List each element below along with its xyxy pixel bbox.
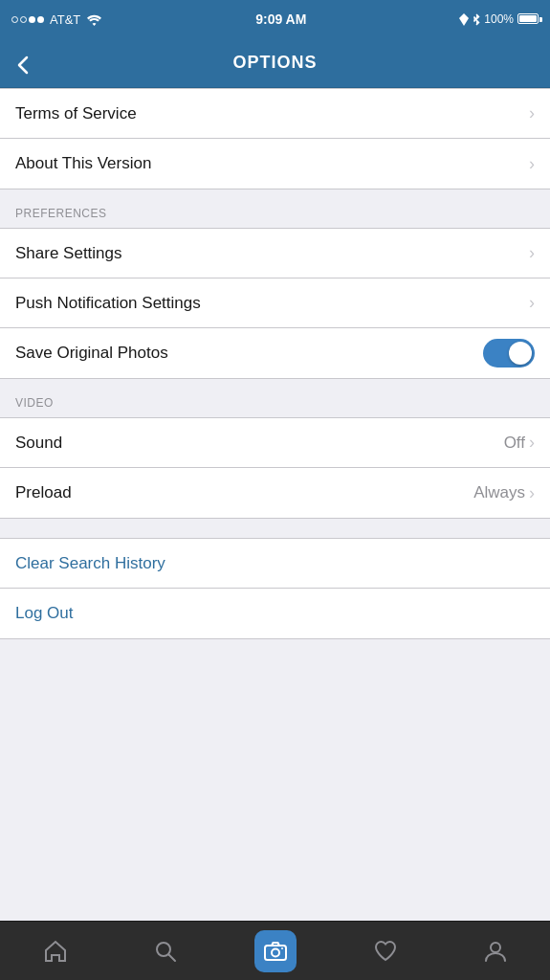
preload-item[interactable]: Preload Always › — [0, 468, 550, 518]
location-icon — [459, 12, 469, 26]
push-chevron-icon: › — [529, 293, 535, 313]
video-section: VIDEO Sound Off › Preload Always › — [0, 379, 550, 519]
home-icon — [43, 938, 68, 964]
svg-point-3 — [272, 949, 279, 957]
preload-chevron-icon: › — [529, 483, 535, 503]
terms-label: Terms of Service — [15, 104, 137, 123]
sound-right: Off › — [504, 433, 535, 453]
preferences-list-group: Share Settings › Push Notification Setti… — [0, 228, 550, 379]
battery-icon — [517, 13, 539, 24]
preload-value: Always — [473, 483, 525, 502]
preferences-section: PREFERENCES Share Settings › Push Notifi… — [0, 189, 550, 379]
save-photos-item[interactable]: Save Original Photos — [0, 328, 550, 378]
svg-line-1 — [168, 955, 175, 962]
tab-home[interactable] — [0, 922, 110, 980]
svg-rect-2 — [265, 946, 286, 960]
status-left: AT&T — [11, 11, 102, 27]
profile-icon — [483, 938, 508, 964]
signal-dots — [11, 16, 44, 23]
save-photos-toggle[interactable] — [483, 339, 535, 368]
signal-dot-1 — [11, 16, 18, 23]
terms-of-service-item[interactable]: Terms of Service › — [0, 89, 550, 139]
video-list-group: Sound Off › Preload Always › — [0, 417, 550, 519]
actions-group: Clear Search History Log Out — [0, 538, 550, 639]
video-header: VIDEO — [0, 379, 550, 417]
tab-profile[interactable] — [440, 922, 550, 980]
about-chevron-icon: › — [529, 154, 535, 174]
camera-icon — [264, 940, 287, 963]
push-notification-item[interactable]: Push Notification Settings › — [0, 278, 550, 328]
logout-item[interactable]: Log Out — [0, 589, 550, 638]
clear-search-item[interactable]: Clear Search History — [0, 539, 550, 589]
signal-dot-4 — [37, 16, 44, 23]
sound-value: Off — [504, 434, 525, 453]
svg-point-5 — [491, 943, 500, 952]
save-photos-toggle-wrap — [483, 339, 535, 368]
signal-dot-2 — [20, 16, 27, 23]
wifi-icon — [86, 11, 102, 27]
back-button[interactable] — [13, 50, 34, 75]
status-right: 100% — [459, 12, 539, 26]
tab-bar — [0, 921, 550, 980]
sound-label: Sound — [15, 434, 62, 453]
actions-section: Clear Search History Log Out — [0, 538, 550, 639]
terms-chevron-icon: › — [529, 103, 535, 123]
heart-icon — [373, 938, 398, 964]
tab-search[interactable] — [110, 922, 220, 980]
logout-label: Log Out — [15, 604, 74, 623]
search-icon — [153, 938, 178, 964]
tab-heart[interactable] — [330, 922, 440, 980]
sound-item[interactable]: Sound Off › — [0, 418, 550, 468]
preload-label: Preload — [15, 483, 72, 502]
bluetooth-icon — [473, 12, 480, 26]
toggle-knob — [509, 342, 532, 365]
camera-icon-box — [254, 930, 297, 972]
top-section: Terms of Service › About This Version › — [0, 88, 550, 189]
sound-chevron-icon: › — [529, 433, 535, 453]
battery-label: 100% — [484, 12, 514, 26]
about-version-item[interactable]: About This Version › — [0, 139, 550, 189]
preload-right: Always › — [473, 483, 535, 503]
preferences-header: PREFERENCES — [0, 189, 550, 228]
signal-dot-3 — [29, 16, 35, 23]
share-settings-label: Share Settings — [15, 244, 122, 263]
nav-bar: OPTIONS — [0, 38, 550, 88]
share-chevron-icon: › — [529, 243, 535, 263]
top-list-group: Terms of Service › About This Version › — [0, 88, 550, 189]
push-label: Push Notification Settings — [15, 294, 201, 313]
clear-search-label: Clear Search History — [15, 554, 165, 573]
save-photos-label: Save Original Photos — [15, 344, 168, 363]
status-bar: AT&T 9:09 AM 100% — [0, 0, 550, 38]
status-time: 9:09 AM — [255, 11, 306, 27]
content-area: Terms of Service › About This Version › … — [0, 88, 550, 921]
about-label: About This Version — [15, 154, 151, 173]
tab-camera[interactable] — [220, 922, 330, 980]
page-title: OPTIONS — [232, 53, 317, 73]
svg-point-4 — [281, 947, 283, 949]
carrier-label: AT&T — [50, 12, 80, 27]
share-settings-item[interactable]: Share Settings › — [0, 229, 550, 278]
